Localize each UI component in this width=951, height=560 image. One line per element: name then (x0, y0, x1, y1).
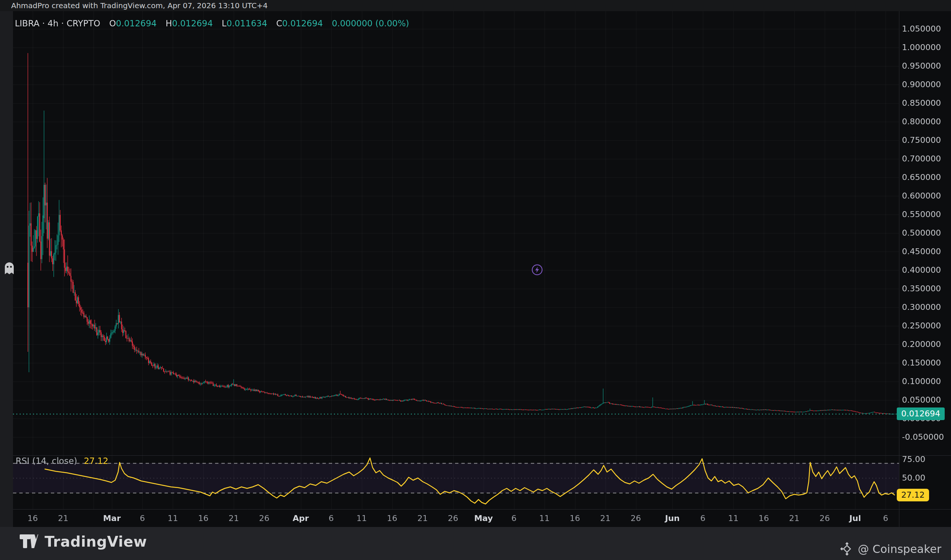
time-axis-label: 21 (228, 514, 239, 523)
time-axis-label: 26 (259, 514, 269, 523)
ohlc-open: O0.012694 (109, 18, 157, 28)
price-axis-label: 0.400000 (902, 265, 941, 275)
price-axis-label: 0.700000 (902, 154, 941, 163)
time-axis-label: 16 (28, 514, 38, 523)
time-axis-label: 11 (728, 514, 738, 523)
tradingview-brand[interactable]: TradingView (19, 533, 147, 550)
price-axis-label: 0.800000 (902, 117, 941, 126)
price-axis-label: 0.250000 (902, 321, 941, 330)
price-axis-label: 1.050000 (902, 24, 941, 34)
time-axis-label: 21 (418, 514, 428, 523)
time-axis-label: 26 (631, 514, 641, 523)
time-axis-label: 26 (820, 514, 830, 523)
rsi-legend[interactable]: RSI (14, close) 27.12 (15, 456, 108, 466)
time-axis-label: 6 (883, 514, 888, 523)
lightning-icon[interactable] (532, 264, 543, 275)
time-axis-label: 16 (758, 514, 769, 523)
rsi-axis-label: 75.00 (902, 455, 925, 464)
price-axis-label: 0.850000 (902, 98, 941, 108)
time-axis-label: 26 (448, 514, 459, 523)
time-axis-label: 16 (198, 514, 208, 523)
price-axis-label: 0.100000 (902, 377, 941, 386)
price-axis-label: 0.900000 (902, 80, 941, 89)
tradingview-watermark-icon (3, 261, 15, 275)
price-axis-label: 0.500000 (902, 228, 941, 237)
time-axis-label: Jul (849, 514, 861, 523)
symbol-title: LIBRA · 4h · CRYPTO (15, 18, 100, 28)
time-axis-label: 21 (600, 514, 611, 523)
coinspeaker-logo-icon (840, 542, 853, 556)
price-axis-label: 0.150000 (902, 358, 941, 368)
ohlc-close: C0.012694 (276, 18, 323, 28)
time-axis-label: 21 (789, 514, 800, 523)
time-axis-label: Apr (293, 514, 309, 523)
rsi-value-badge: 27.12 (897, 489, 929, 502)
time-axis-label: 6 (329, 514, 334, 523)
change-value: 0.000000 (0.00%) (332, 18, 409, 28)
price-axis-label: 0.650000 (902, 172, 941, 182)
brand-wordmark: TradingView (45, 533, 147, 550)
rsi-value: 27.12 (84, 456, 108, 466)
time-axis-label: May (474, 514, 492, 523)
price-axis-label: 0.600000 (902, 191, 941, 200)
time-axis-label: 6 (700, 514, 706, 523)
ohlc-low: L0.011634 (222, 18, 267, 28)
time-axis-label: 16 (387, 514, 397, 523)
attribution-text: AhmadPro created with TradingView.com, A… (11, 0, 268, 11)
price-axis-label: 0.050000 (902, 395, 941, 405)
credit-text: @ Coinspeaker (858, 543, 941, 555)
price-axis-label: 0.750000 (902, 135, 941, 145)
tradingview-logo-icon (19, 533, 39, 550)
time-axis-label: 6 (511, 514, 517, 523)
price-axis-label: 0.300000 (902, 302, 941, 312)
rsi-axis-label: 50.00 (902, 473, 925, 482)
symbol-legend[interactable]: LIBRA · 4h · CRYPTO O0.012694 H0.012694 … (15, 18, 409, 28)
price-axis-label: 0.550000 (902, 210, 941, 219)
chart-canvas[interactable] (0, 0, 951, 560)
price-axis-label: 1.000000 (902, 43, 941, 52)
time-axis-label: 11 (357, 514, 367, 523)
time-axis-label: Mar (103, 514, 121, 523)
price-axis-label: 0.350000 (902, 284, 941, 293)
price-axis-label: 0.950000 (902, 61, 941, 71)
time-axis-label: 6 (140, 514, 145, 523)
ohlc-high: H0.012694 (166, 18, 213, 28)
price-axis-label: 0.200000 (902, 340, 941, 349)
price-axis-label: -0.050000 (902, 432, 944, 442)
tradingview-snapshot: AhmadPro created with TradingView.com, A… (0, 0, 951, 560)
time-axis-label: 11 (539, 514, 550, 523)
time-axis-label: 11 (168, 514, 178, 523)
time-axis-label: 21 (58, 514, 68, 523)
last-price-badge: 0.012694 (897, 408, 945, 420)
time-axis-label: Jun (665, 514, 680, 523)
time-axis-label: 16 (570, 514, 580, 523)
publisher-credit[interactable]: @ Coinspeaker (840, 542, 941, 556)
price-axis-label: 0.450000 (902, 247, 941, 256)
rsi-label: RSI (14, close) (15, 456, 77, 466)
